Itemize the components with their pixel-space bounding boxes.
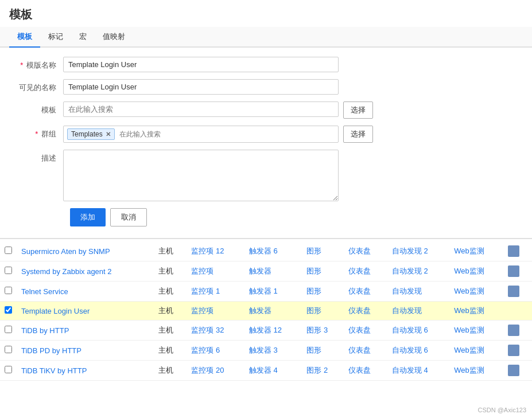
row-graphs-link[interactable]: 图形 <box>306 267 321 275</box>
row-checkbox[interactable] <box>5 306 12 314</box>
table-row: Telnet Service 主机 监控项 1 触发器 1 图形 仪表盘 自动发… <box>0 282 532 302</box>
template-search-input[interactable] <box>63 101 339 117</box>
tab-macro[interactable]: 宏 <box>71 27 95 48</box>
tab-valuemap[interactable]: 值映射 <box>95 27 133 48</box>
row-dashboards-link[interactable]: 仪表盘 <box>348 366 371 374</box>
row-graphs-link[interactable]: 图形 3 <box>306 326 328 334</box>
row-triggers-link[interactable]: 触发器 12 <box>249 326 282 334</box>
template-select-button[interactable]: 选择 <box>343 101 373 119</box>
row-type: 主机 <box>154 361 187 381</box>
form-area: * 模版名称 可见的名称 模板 选择 * 群组 Templates ✕ 选择 描… <box>0 48 532 236</box>
row-graphs-link[interactable]: 图形 <box>306 247 321 255</box>
row-triggers-link[interactable]: 触发器 <box>249 267 271 275</box>
row-discovery-link[interactable]: 自动发现 6 <box>392 346 428 354</box>
tab-template[interactable]: 模板 <box>9 27 40 48</box>
group-input-wrapper[interactable]: Templates ✕ <box>63 126 339 143</box>
row-webmon-link[interactable]: Web监测 <box>454 326 484 334</box>
row-triggers-link[interactable]: 触发器 3 <box>249 346 278 354</box>
row-monitors-link[interactable]: 监控项 <box>191 267 213 275</box>
row-action-cell[interactable] <box>503 361 532 381</box>
row-name-link[interactable]: Telnet Service <box>21 287 68 296</box>
row-discovery-link[interactable]: 自动发现 6 <box>392 326 428 334</box>
row-monitors: 监控项 20 <box>187 361 244 381</box>
row-action-icon[interactable] <box>508 345 519 356</box>
row-monitors-link[interactable]: 监控项 20 <box>191 366 224 374</box>
row-discovery-link[interactable]: 自动发现 4 <box>392 366 428 374</box>
row-discovery-link[interactable]: 自动发现 <box>392 306 422 315</box>
row-action-cell[interactable] <box>503 261 532 282</box>
row-checkbox-cell[interactable] <box>0 341 17 361</box>
row-checkbox[interactable] <box>5 366 12 373</box>
row-dashboards-link[interactable]: 仪表盘 <box>348 306 371 315</box>
row-action-icon[interactable] <box>508 325 519 336</box>
tabs-bar: 模板 标记 宏 值映射 <box>0 27 532 48</box>
group-search-input[interactable] <box>117 128 186 140</box>
group-tag-close[interactable]: ✕ <box>106 131 111 138</box>
row-discovery-link[interactable]: 自动发现 2 <box>392 247 428 255</box>
row-webmon-link[interactable]: Web监测 <box>454 267 484 275</box>
row-triggers: 触发器 12 <box>244 321 302 341</box>
row-discovery: 自动发现 4 <box>387 361 449 381</box>
row-action-icon[interactable] <box>508 286 519 297</box>
row-triggers: 触发器 4 <box>244 361 302 381</box>
row-discovery-link[interactable]: 自动发现 <box>392 287 422 295</box>
cancel-button[interactable]: 取消 <box>110 208 147 226</box>
row-name-link[interactable]: TiDB PD by HTTP <box>21 346 81 355</box>
row-webmon-link[interactable]: Web监测 <box>454 247 484 255</box>
add-button[interactable]: 添加 <box>70 208 106 226</box>
row-name-link[interactable]: TiDB by HTTP <box>21 326 69 335</box>
row-triggers-link[interactable]: 触发器 6 <box>249 247 278 255</box>
description-textarea[interactable] <box>63 150 339 201</box>
row-webmon-link[interactable]: Web监测 <box>454 346 484 354</box>
visible-name-input[interactable] <box>63 79 339 95</box>
row-webmon-link[interactable]: Web监测 <box>454 366 484 374</box>
row-checkbox-cell[interactable] <box>0 321 17 341</box>
row-checkbox[interactable] <box>5 346 12 353</box>
row-name-link[interactable]: Systemd by Zabbix agent 2 <box>21 267 112 276</box>
row-graphs-link[interactable]: 图形 <box>306 306 321 315</box>
row-dashboards-link[interactable]: 仪表盘 <box>348 287 371 295</box>
group-select-button[interactable]: 选择 <box>343 126 373 143</box>
row-action-cell[interactable] <box>503 341 532 361</box>
row-action-cell[interactable] <box>503 241 532 261</box>
row-checkbox[interactable] <box>5 247 12 254</box>
row-triggers-link[interactable]: 触发器 1 <box>249 287 278 295</box>
row-discovery-link[interactable]: 自动发现 2 <box>392 267 428 275</box>
row-graphs-link[interactable]: 图形 <box>306 346 321 354</box>
row-checkbox[interactable] <box>5 267 12 274</box>
row-checkbox[interactable] <box>5 326 12 333</box>
row-dashboards-link[interactable]: 仪表盘 <box>348 346 371 354</box>
row-action-cell[interactable] <box>503 321 532 341</box>
tab-tag[interactable]: 标记 <box>40 27 71 48</box>
row-triggers-link[interactable]: 触发器 4 <box>249 366 278 374</box>
row-graphs-link[interactable]: 图形 <box>306 287 321 295</box>
row-monitors-link[interactable]: 监控项 32 <box>191 326 224 334</box>
row-monitors-link[interactable]: 监控项 12 <box>191 247 224 255</box>
row-monitors-link[interactable]: 监控项 1 <box>191 287 220 295</box>
row-checkbox-cell[interactable] <box>0 261 17 282</box>
row-action-icon[interactable] <box>508 245 519 257</box>
row-graphs-link[interactable]: 图形 2 <box>306 366 328 374</box>
row-checkbox-cell[interactable] <box>0 282 17 302</box>
row-dashboards-link[interactable]: 仪表盘 <box>348 247 371 255</box>
row-checkbox-cell[interactable] <box>0 361 17 381</box>
row-webmon: Web监测 <box>449 361 503 381</box>
row-triggers-link[interactable]: 触发器 <box>249 306 271 315</box>
row-action-icon[interactable] <box>508 365 519 376</box>
row-dashboards-link[interactable]: 仪表盘 <box>348 267 371 275</box>
row-checkbox-cell[interactable] <box>0 302 17 321</box>
row-name-link[interactable]: Template Login User <box>21 307 90 315</box>
template-name-input[interactable] <box>63 57 339 72</box>
row-dashboards-link[interactable]: 仪表盘 <box>348 326 371 334</box>
row-webmon-link[interactable]: Web监测 <box>454 306 484 315</box>
row-name-link[interactable]: TiDB TiKV by HTTP <box>21 366 87 375</box>
row-type: 主机 <box>154 302 187 321</box>
row-checkbox-cell[interactable] <box>0 241 17 261</box>
row-webmon-link[interactable]: Web监测 <box>454 287 484 295</box>
row-action-icon[interactable] <box>508 265 519 277</box>
row-action-cell[interactable] <box>503 282 532 302</box>
row-monitors-link[interactable]: 监控项 <box>191 306 213 315</box>
row-name-link[interactable]: Supermicro Aten by SNMP <box>21 247 110 256</box>
row-checkbox[interactable] <box>5 287 12 294</box>
row-monitors-link[interactable]: 监控项 6 <box>191 346 220 354</box>
